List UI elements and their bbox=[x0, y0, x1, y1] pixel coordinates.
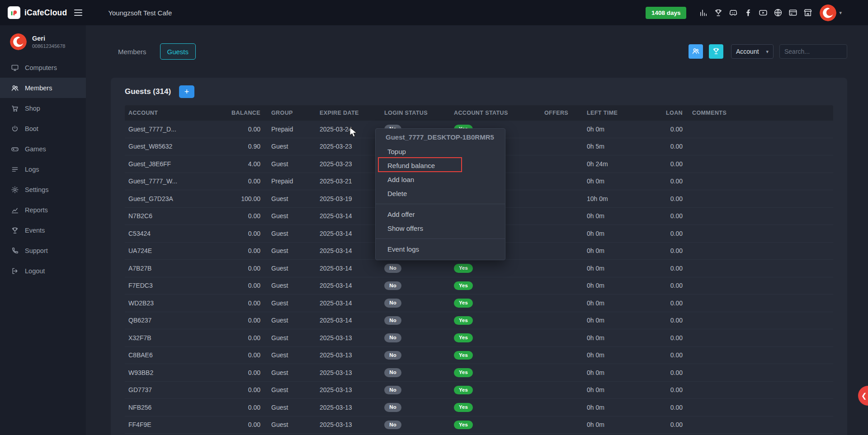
stats-icon[interactable] bbox=[698, 7, 709, 18]
sidebar-item-games[interactable]: Games bbox=[0, 139, 86, 159]
sidebar-item-shop[interactable]: Shop bbox=[0, 98, 86, 118]
table-row[interactable]: C8BAE60.00Guest2025-03-13NoYes0h 0m0.00 bbox=[125, 347, 833, 365]
sidebar-user-block[interactable]: Geri 008612345678 bbox=[0, 25, 86, 57]
table-row[interactable]: FF4F9E0.00Guest2025-03-13NoYes0h 0m0.00 bbox=[125, 416, 833, 434]
discord-icon[interactable] bbox=[728, 7, 739, 18]
column-header-account-status[interactable]: ACCOUNT STATUS bbox=[454, 110, 544, 116]
column-header-expire-date[interactable]: EXPIRE DATE bbox=[320, 110, 384, 116]
sidebar-item-events[interactable]: Events bbox=[0, 220, 86, 240]
cell-loan: 0.00 bbox=[645, 230, 683, 237]
column-header-left-time[interactable]: LEFT TIME bbox=[587, 110, 645, 116]
column-header-offers[interactable]: OFFERS bbox=[544, 110, 587, 116]
cell-left-time: 0h 5m bbox=[587, 143, 645, 150]
menu-item-show-offers[interactable]: Show offers bbox=[376, 221, 505, 235]
menu-divider bbox=[376, 204, 505, 204]
table-row[interactable]: A7B27B0.00Guest2025-03-14NoYes0h 0m0.00 bbox=[125, 260, 833, 277]
sidebar-item-label: Support bbox=[25, 247, 48, 254]
column-header-loan[interactable]: LOAN bbox=[645, 110, 683, 116]
facebook-icon[interactable] bbox=[743, 7, 754, 18]
menu-item-delete[interactable]: Delete bbox=[376, 187, 505, 201]
column-header-account[interactable]: ACCOUNT bbox=[125, 110, 215, 116]
user-menu[interactable]: ▾ bbox=[820, 5, 842, 21]
menu-item-topup[interactable]: Topup bbox=[376, 145, 505, 159]
sidebar-item-reports[interactable]: Reports bbox=[0, 200, 86, 220]
column-header-balance[interactable]: BALANCE bbox=[215, 110, 260, 116]
account-status-badge: Yes bbox=[454, 386, 473, 395]
table-row[interactable]: GD77370.00Guest2025-03-13NoYes0h 0m0.00 bbox=[125, 382, 833, 399]
menu-item-event-logs[interactable]: Event logs bbox=[376, 242, 505, 256]
login-status-badge: No bbox=[384, 351, 401, 360]
cell-left-time: 0h 0m bbox=[587, 351, 645, 359]
sidebar-item-logs[interactable]: Logs bbox=[0, 159, 86, 179]
cell-loan: 0.00 bbox=[645, 195, 683, 202]
add-guest-button[interactable]: + bbox=[179, 85, 194, 98]
billing-icon[interactable] bbox=[788, 7, 798, 18]
cell-account: X32F7B bbox=[125, 334, 215, 341]
account-status-badge: Yes bbox=[454, 333, 473, 342]
table-row[interactable]: F7EDC30.00Guest2025-03-14NoYes0h 0m0.00 bbox=[125, 277, 833, 295]
tab-guests[interactable]: Guests bbox=[160, 43, 196, 60]
column-header-group[interactable]: GROUP bbox=[260, 110, 320, 116]
sidebar-item-logout[interactable]: Logout bbox=[0, 261, 86, 281]
menu-item-add-loan[interactable]: Add loan bbox=[376, 173, 505, 187]
refund-balance-highlight-box bbox=[378, 157, 462, 172]
store-icon[interactable] bbox=[802, 7, 813, 18]
cell-balance: 0.00 bbox=[215, 265, 260, 272]
account-status-badge: Yes bbox=[454, 281, 473, 290]
menu-item-refund-balance[interactable]: Refund balance bbox=[376, 159, 505, 173]
table-row[interactable]: WD2B230.00Guest2025-03-14NoYes0h 0m0.00 bbox=[125, 295, 833, 312]
cell-left-time: 0h 0m bbox=[587, 369, 645, 376]
sidebar-item-label: Settings bbox=[25, 186, 48, 193]
account-filter-value: Account bbox=[736, 48, 759, 55]
tournament-icon[interactable] bbox=[713, 7, 724, 18]
cell-expire-date: 2025-03-21 bbox=[320, 178, 384, 185]
chevron-down-icon: ▾ bbox=[766, 49, 769, 55]
website-icon[interactable] bbox=[773, 7, 783, 18]
column-header-comments[interactable]: COMMENTS bbox=[683, 110, 833, 116]
sidebar-item-settings[interactable]: Settings bbox=[0, 179, 86, 200]
sidebar-item-computers[interactable]: Computers bbox=[0, 57, 86, 78]
cell-account: C8BAE6 bbox=[125, 351, 215, 359]
tab-members[interactable]: Members bbox=[111, 43, 154, 60]
members-view-button[interactable] bbox=[689, 44, 703, 59]
login-status-badge: No bbox=[384, 333, 401, 342]
cell-expire-date: 2025-03-13 bbox=[320, 404, 384, 411]
login-status-badge: No bbox=[384, 386, 401, 395]
cell-account-status: Yes bbox=[454, 316, 544, 325]
table-row[interactable]: NFB2560.00Guest2025-03-13NoYes0h 0m0.00 bbox=[125, 399, 833, 416]
logout-icon bbox=[11, 267, 19, 275]
column-header-login-status[interactable]: LOGIN STATUS bbox=[384, 110, 454, 116]
license-days-badge[interactable]: 1408 days bbox=[646, 7, 687, 19]
tournament-view-button[interactable] bbox=[709, 44, 723, 59]
search-input[interactable] bbox=[779, 44, 847, 59]
cell-group: Guest bbox=[260, 282, 320, 289]
cell-expire-date: 2025-03-13 bbox=[320, 334, 384, 341]
cell-login-status: No bbox=[384, 368, 454, 377]
cell-expire-date: 2025-03-14 bbox=[320, 265, 384, 272]
cell-login-status: No bbox=[384, 403, 454, 412]
cell-loan: 0.00 bbox=[645, 421, 683, 428]
sidebar-item-support[interactable]: Support bbox=[0, 240, 86, 261]
table-row[interactable]: X32F7B0.00Guest2025-03-13NoYes0h 0m0.00 bbox=[125, 329, 833, 347]
cell-balance: 0.00 bbox=[215, 247, 260, 254]
brand[interactable]: iCafeCloud bbox=[0, 6, 67, 19]
sidebar-item-label: Games bbox=[25, 145, 46, 153]
cell-loan: 0.00 bbox=[645, 160, 683, 168]
cell-group: Prepaid bbox=[260, 126, 320, 133]
table-row[interactable]: W93BB20.00Guest2025-03-13NoYes0h 0m0.00 bbox=[125, 364, 833, 382]
menu-toggle-button[interactable] bbox=[74, 7, 85, 18]
cell-expire-date: 2025-03-23 bbox=[320, 160, 384, 168]
youtube-icon[interactable] bbox=[758, 7, 769, 18]
sidebar-item-label: Events bbox=[25, 227, 45, 234]
cell-account: F7EDC3 bbox=[125, 282, 215, 289]
cell-group: Guest bbox=[260, 212, 320, 220]
sidebar-item-boot[interactable]: Boot bbox=[0, 118, 86, 139]
sidebar-item-members[interactable]: Members bbox=[0, 78, 86, 98]
account-filter-select[interactable]: Account ▾ bbox=[731, 44, 774, 59]
card-header: Guests (314) + bbox=[125, 78, 833, 105]
cell-left-time: 0h 0m bbox=[587, 178, 645, 185]
sidebar-user-avatar bbox=[10, 33, 27, 50]
cell-loan: 0.00 bbox=[645, 299, 683, 307]
menu-item-add-offer[interactable]: Add offer bbox=[376, 207, 505, 221]
table-row[interactable]: QB62370.00Guest2025-03-14NoYes0h 0m0.00 bbox=[125, 312, 833, 330]
